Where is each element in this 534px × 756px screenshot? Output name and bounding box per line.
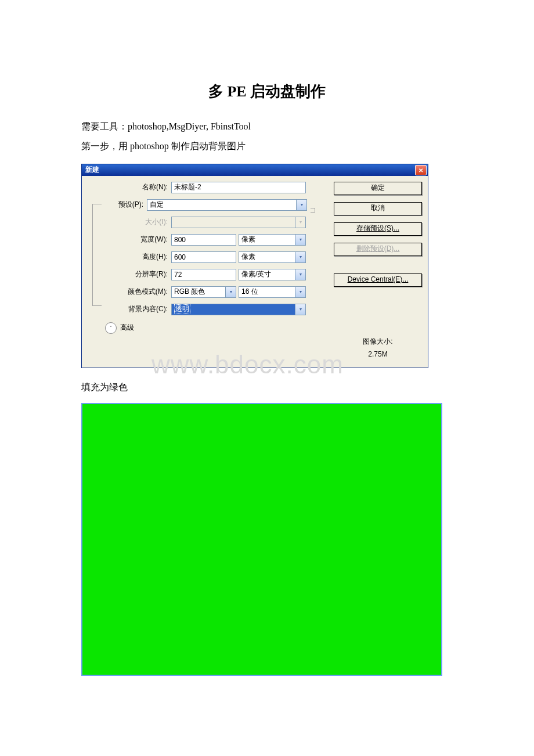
close-icon[interactable]: ✕ <box>415 165 427 175</box>
bg-content-select[interactable]: 透明 ▾ <box>171 304 306 315</box>
tools-line: 需要工具：photoshop,MsgDiyer, FbinstTool <box>81 118 453 135</box>
width-input[interactable] <box>171 234 236 246</box>
chevron-down-icon[interactable]: ▾ <box>295 269 305 280</box>
label-width: 宽度(W): <box>82 235 171 244</box>
image-size-label: 图像大小: <box>334 337 422 347</box>
chevron-down-icon[interactable]: ▾ <box>296 200 306 210</box>
chevron-down-icon[interactable]: ▾ <box>295 252 305 262</box>
label-advanced: 高级 <box>120 323 134 333</box>
height-input[interactable] <box>171 251 236 263</box>
photoshop-new-dialog: 新建 ✕ 名称(N): 预设(P): 自定 ▾ <box>81 164 428 368</box>
height-unit-select[interactable]: 像素 ▾ <box>239 251 306 263</box>
color-depth-select[interactable]: 16 位 ▾ <box>239 286 306 298</box>
fill-green-text: 填充为绿色 <box>81 379 453 396</box>
label-preset: 预设(P): <box>82 200 147 210</box>
width-unit: 像素 <box>241 235 255 244</box>
chevron-down-icon[interactable]: ▾ <box>295 235 305 245</box>
name-input[interactable] <box>171 182 306 193</box>
save-preset-button[interactable]: 存储预设(S)... <box>334 222 422 236</box>
ok-button[interactable]: 确定 <box>334 182 422 195</box>
dialog-title-text: 新建 <box>85 165 99 175</box>
label-name: 名称(N): <box>82 182 171 192</box>
expand-advanced-icon[interactable]: ˇ <box>105 322 117 334</box>
preset-value: 自定 <box>150 200 164 210</box>
label-bg-content: 背景内容(C): <box>82 304 171 314</box>
dialog-titlebar[interactable]: 新建 ✕ <box>82 164 428 176</box>
resolution-input[interactable] <box>171 269 236 280</box>
chevron-down-icon: ▾ <box>295 217 305 228</box>
label-height: 高度(H): <box>82 252 171 262</box>
label-size: 大小(I): <box>82 217 171 227</box>
color-depth-value: 16 位 <box>241 287 258 297</box>
document-title: 多 PE 启动盘制作 <box>81 81 453 102</box>
chevron-down-icon[interactable]: ▾ <box>295 304 305 315</box>
watermark-text: www.bdocx.com <box>151 350 344 379</box>
chevron-down-icon[interactable]: ▾ <box>295 287 305 297</box>
label-resolution: 分辨率(R): <box>82 269 171 279</box>
image-size-value: 2.75M <box>334 350 422 358</box>
color-mode-value: RGB 颜色 <box>174 287 205 297</box>
width-unit-select[interactable]: 像素 ▾ <box>239 234 306 246</box>
device-central-button[interactable]: Device Central(E)... <box>334 273 422 287</box>
size-select: ▾ <box>171 217 306 228</box>
step-1-line: 第一步，用 photoshop 制作启动背景图片 <box>81 138 453 155</box>
chevron-down-icon[interactable]: ▾ <box>225 287 236 297</box>
delete-preset-button: 删除预设(D)... <box>334 243 422 256</box>
green-canvas <box>81 403 442 676</box>
label-color-mode: 颜色模式(M): <box>82 287 171 297</box>
resolution-unit: 像素/英寸 <box>241 269 271 279</box>
cancel-button[interactable]: 取消 <box>334 202 422 215</box>
resolution-unit-select[interactable]: 像素/英寸 ▾ <box>239 269 306 280</box>
bg-content-value: 透明 <box>174 304 190 314</box>
advanced-toggle-row[interactable]: ˇ 高级 <box>105 322 329 334</box>
height-unit: 像素 <box>241 252 255 262</box>
preset-select[interactable]: 自定 ▾ <box>147 199 307 211</box>
color-mode-select[interactable]: RGB 颜色 ▾ <box>171 286 236 298</box>
